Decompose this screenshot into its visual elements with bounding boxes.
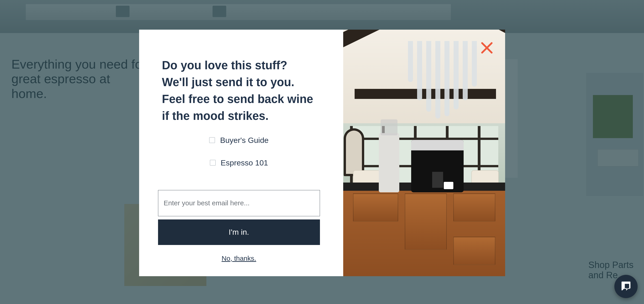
modal-title: Do you love this stuff? We'll just send … xyxy=(162,57,316,124)
close-button[interactable] xyxy=(480,41,493,54)
modal-form-panel: Do you love this stuff? We'll just send … xyxy=(139,30,343,276)
chat-icon xyxy=(620,280,632,293)
dismiss-link[interactable]: No, thanks. xyxy=(222,255,256,262)
submit-button[interactable]: I'm in. xyxy=(158,220,320,245)
checkbox-espresso-101-label[interactable]: Espresso 101 xyxy=(221,158,268,167)
checkbox-espresso-101[interactable] xyxy=(210,160,216,166)
chat-launcher[interactable] xyxy=(614,275,638,298)
checkbox-buyers-guide[interactable] xyxy=(209,137,215,143)
checkbox-espresso-101-row: Espresso 101 xyxy=(162,158,316,167)
email-signup-modal: Do you love this stuff? We'll just send … xyxy=(139,30,505,276)
close-icon xyxy=(480,51,493,55)
email-field[interactable] xyxy=(158,190,320,216)
modal-image-panel xyxy=(343,30,505,276)
checkbox-buyers-guide-row: Buyer's Guide xyxy=(162,136,316,145)
checkbox-buyers-guide-label[interactable]: Buyer's Guide xyxy=(220,136,268,145)
